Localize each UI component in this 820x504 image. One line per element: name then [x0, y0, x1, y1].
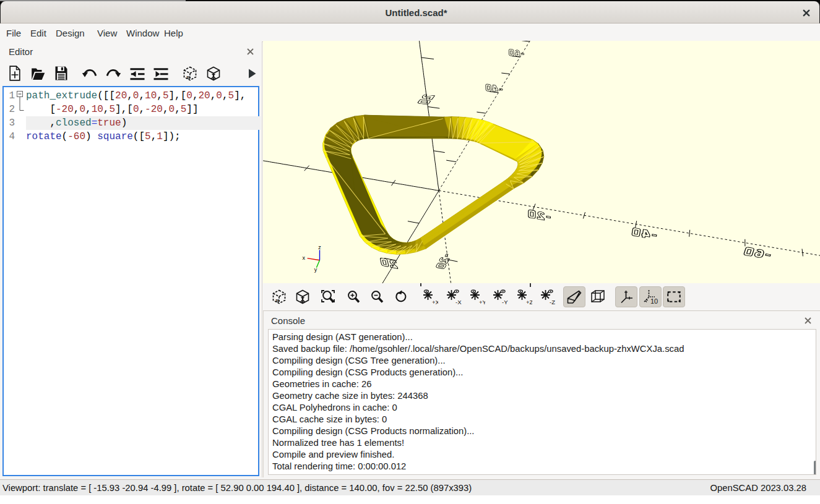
- svg-text:+X: +X: [432, 299, 438, 305]
- svg-text:»: »: [186, 73, 191, 81]
- svg-text:x: x: [303, 255, 306, 261]
- svg-text:-Z: -Z: [550, 299, 555, 305]
- svg-text:-X: -X: [455, 299, 462, 305]
- svg-text:-Y: -Y: [502, 299, 508, 305]
- svg-text:+Y: +Y: [479, 299, 485, 305]
- svg-text:10: 10: [650, 297, 658, 305]
- svg-text:y: y: [314, 267, 317, 273]
- svg-text:+Z: +Z: [526, 299, 532, 305]
- svg-text:z: z: [318, 244, 321, 250]
- svg-text:»: »: [275, 296, 280, 304]
